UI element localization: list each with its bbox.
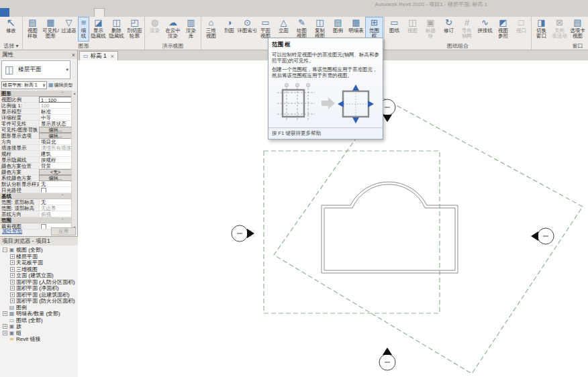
ribbon-button[interactable]: # 导向 轴网 bbox=[458, 17, 476, 42]
ribbon-button[interactable]: ↖ 修改 bbox=[1, 17, 21, 42]
expand-icon[interactable]: + bbox=[10, 254, 15, 259]
ribbon-button[interactable]: ◩ 视图 参照 bbox=[494, 17, 512, 42]
property-value[interactable]: 无 bbox=[39, 199, 72, 205]
ribbon-button[interactable]: ◪ 显示 隐藏线 bbox=[89, 17, 107, 42]
property-value[interactable]: 1 : 100 bbox=[39, 97, 72, 103]
ribbon-tab[interactable] bbox=[105, 8, 114, 17]
ribbon-button[interactable]: ▦ 可见性/ 图形 bbox=[42, 17, 60, 42]
chevron-down-icon[interactable]: ▾ bbox=[66, 67, 68, 72]
property-value[interactable]: 背景 bbox=[39, 163, 72, 169]
expand-icon[interactable]: + bbox=[10, 292, 15, 297]
property-value[interactable]: 编辑... bbox=[39, 133, 72, 139]
property-value[interactable]: <无> bbox=[39, 169, 72, 175]
scroll-up-icon[interactable]: ▴ bbox=[73, 91, 75, 95]
property-row[interactable]: 显示隐藏线 按规程 bbox=[0, 157, 72, 163]
property-row[interactable]: 范围 bbox=[0, 217, 72, 223]
ribbon-tab[interactable] bbox=[28, 8, 38, 17]
property-row[interactable]: 颜色方案位置 背景 bbox=[0, 163, 72, 169]
ribbon-tab[interactable] bbox=[94, 8, 105, 17]
property-value[interactable] bbox=[60, 217, 72, 223]
properties-help-link[interactable]: 属性帮助 bbox=[2, 228, 22, 235]
ribbon-button[interactable]: ↻ 修订 bbox=[440, 17, 458, 42]
scrollbar[interactable]: ▴ ▾ bbox=[71, 91, 77, 229]
ribbon-tab[interactable] bbox=[75, 8, 85, 17]
expand-icon[interactable]: + bbox=[10, 286, 15, 290]
property-value[interactable] bbox=[60, 193, 72, 199]
ribbon-button[interactable]: ▭ 图纸 bbox=[385, 17, 403, 42]
expand-icon[interactable]: + bbox=[10, 260, 15, 265]
scope-box[interactable] bbox=[264, 151, 440, 313]
property-value[interactable]: 显示原状态 bbox=[39, 121, 72, 127]
property-row[interactable]: 详细程度 中等 bbox=[0, 115, 72, 121]
ribbon-tab[interactable] bbox=[66, 8, 75, 17]
property-row[interactable]: 日光路径 bbox=[0, 187, 72, 193]
ribbon-tab[interactable] bbox=[133, 8, 142, 17]
property-value[interactable]: 无边界 bbox=[39, 205, 72, 211]
property-row[interactable]: 颜色方案 <无> bbox=[0, 169, 72, 175]
ribbon-tab[interactable] bbox=[47, 8, 56, 17]
ribbon-button[interactable]: ◨ 切换 窗口 bbox=[532, 17, 550, 42]
edit-type-button[interactable]: ▦ 编辑类型 bbox=[48, 82, 73, 89]
property-value[interactable]: 中等 bbox=[39, 115, 72, 121]
ribbon-button[interactable]: ▤ 视图 样板 bbox=[23, 17, 42, 42]
property-value[interactable]: 按规程 bbox=[39, 157, 72, 163]
expand-icon[interactable]: + bbox=[3, 324, 7, 329]
property-row[interactable]: 图形显示选项 编辑... bbox=[0, 133, 72, 139]
ribbon-button[interactable]: ▣ 标题 块 bbox=[422, 17, 440, 42]
property-row[interactable]: 墙连接显示 清理所有墙连接 bbox=[0, 145, 72, 151]
property-row[interactable]: 视图比例 1 : 100 bbox=[0, 97, 72, 103]
expand-icon[interactable]: + bbox=[3, 331, 7, 335]
ribbon-tab[interactable] bbox=[9, 8, 19, 17]
property-value[interactable]: 编辑... bbox=[39, 175, 72, 181]
property-value[interactable] bbox=[60, 91, 72, 96]
property-row[interactable]: 范围: 底部标高 无 bbox=[0, 199, 72, 205]
ribbon-button[interactable]: ◫ 删除 隐藏线 bbox=[107, 17, 126, 42]
property-row[interactable]: 系统颜色方案 编辑... bbox=[0, 175, 72, 181]
type-selector[interactable]: ◫ 楼层平面 ▾ bbox=[1, 60, 70, 79]
ribbon-button[interactable]: ⊙ 详图索引 bbox=[238, 17, 256, 42]
expand-icon[interactable] bbox=[3, 337, 7, 341]
ribbon-tab[interactable] bbox=[38, 8, 47, 17]
expand-icon[interactable]: − bbox=[3, 248, 7, 252]
close-icon[interactable]: × bbox=[111, 53, 114, 60]
property-row[interactable]: 基线方向 俯视 bbox=[0, 211, 72, 217]
property-row[interactable]: 比例值 1: 100 bbox=[0, 103, 72, 109]
elevation-marker-south[interactable] bbox=[379, 347, 395, 370]
apply-button[interactable]: 应用 bbox=[51, 227, 76, 235]
property-row[interactable]: 方向 项目北 bbox=[0, 139, 72, 145]
close-icon[interactable]: × bbox=[72, 52, 75, 58]
ribbon-button[interactable]: ☁ 在云中 渲染 bbox=[164, 17, 182, 42]
view-tab-level1[interactable]: ▭ 标高 1 × bbox=[79, 51, 118, 60]
property-value[interactable]: 项目北 bbox=[39, 139, 72, 145]
ribbon-group-label[interactable]: 演示视图 bbox=[146, 42, 200, 50]
property-value[interactable] bbox=[39, 187, 72, 193]
ribbon-button[interactable]: ◑ 剖面 bbox=[220, 17, 238, 42]
expand-icon[interactable]: + bbox=[10, 299, 15, 303]
property-row[interactable]: 可见性/图形替换 编辑... bbox=[0, 127, 72, 133]
ribbon-tab[interactable] bbox=[0, 8, 9, 17]
ribbon-button[interactable]: ◍ 渲染 bbox=[146, 17, 164, 42]
ribbon-button[interactable]: ∿ 拼接线 bbox=[476, 17, 494, 42]
ribbon-group-label[interactable]: 选择 ▾ bbox=[1, 42, 21, 50]
property-row[interactable]: 显示模型 标准 bbox=[0, 109, 72, 115]
property-row[interactable]: 零件可见性 显示原状态 bbox=[0, 121, 72, 127]
expand-icon[interactable]: + bbox=[10, 273, 15, 278]
property-value[interactable]: 100 bbox=[39, 103, 72, 109]
ribbon-tab[interactable] bbox=[124, 8, 133, 17]
property-value[interactable]: 俯视 bbox=[39, 211, 72, 217]
expand-icon[interactable]: + bbox=[10, 267, 15, 272]
building-outline-outer[interactable] bbox=[322, 182, 458, 273]
ribbon-button[interactable]: ≡ 细 线 bbox=[78, 17, 89, 42]
property-value[interactable]: 清理所有墙连接 bbox=[39, 145, 72, 151]
ribbon-group-label[interactable]: 窗口 bbox=[532, 42, 588, 50]
ribbon-tab[interactable] bbox=[19, 8, 28, 17]
ribbon-button[interactable]: ◰ 剖切面 轮廓 bbox=[126, 17, 144, 42]
ribbon-tab[interactable] bbox=[114, 8, 124, 17]
ribbon-button[interactable]: □ 视口 bbox=[512, 17, 530, 42]
ribbon-tab[interactable] bbox=[85, 8, 94, 17]
ribbon-button[interactable]: ▤ 选项卡 视图 bbox=[569, 17, 587, 42]
building-outline-inner[interactable] bbox=[324, 184, 455, 270]
expand-icon[interactable]: + bbox=[10, 280, 15, 284]
property-value[interactable]: 建筑 bbox=[39, 151, 72, 157]
ribbon-button[interactable]: ▽ 过滤器 bbox=[60, 17, 78, 42]
